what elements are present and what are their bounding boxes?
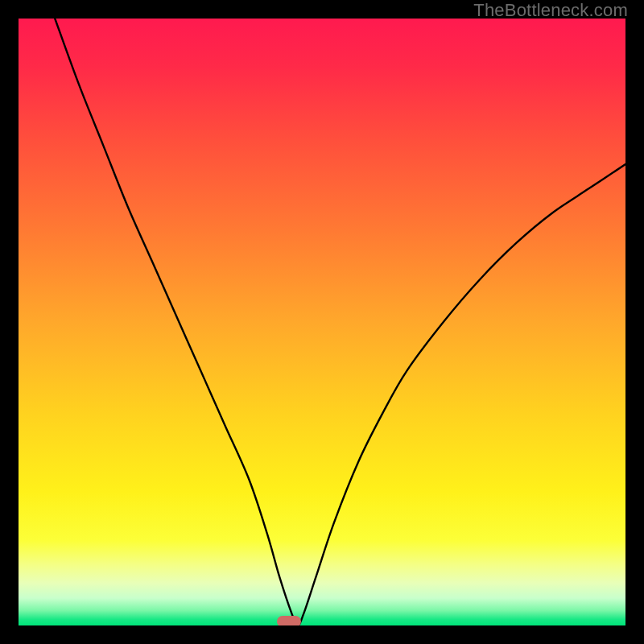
optimal-marker xyxy=(277,616,301,625)
watermark-text: TheBottleneck.com xyxy=(473,0,628,21)
plot-area xyxy=(19,19,625,625)
bottleneck-curve xyxy=(19,19,625,625)
chart-frame: TheBottleneck.com xyxy=(0,0,644,644)
